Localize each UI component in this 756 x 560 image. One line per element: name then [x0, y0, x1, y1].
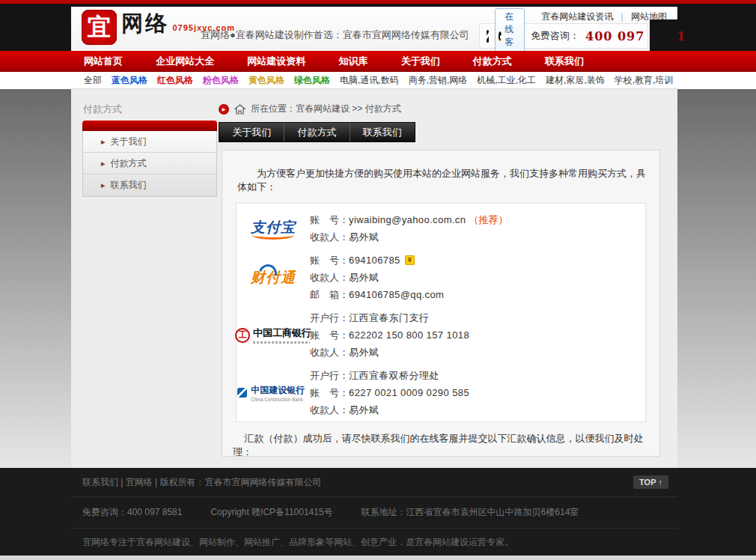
qq-penguin-icon — [499, 31, 502, 41]
subnav-item-digital[interactable]: 电脑,通讯,数码 — [340, 72, 399, 88]
subnav-item-industry[interactable]: 机械,工业,化工 — [477, 72, 536, 88]
page: 宜 网络 0795jxyc.com 宜网络●宜春网站建设制作首选：宜春市宜网网络… — [0, 0, 756, 560]
nav-item-contact[interactable]: 联系我们 — [545, 51, 584, 72]
nav-item-about[interactable]: 关于我们 — [401, 51, 440, 72]
penguin-belly — [500, 34, 505, 40]
alipay-swoosh — [252, 235, 294, 240]
line-label: 账 号： — [310, 326, 349, 344]
share-icon[interactable] — [487, 30, 489, 43]
payment-line: 收款人： 易外斌 — [310, 228, 645, 246]
line-label: 邮 箱： — [310, 286, 349, 303]
footer-address: 联系地址：江西省宜春市袁州区中山中路加贝6楼614室 — [362, 506, 579, 519]
breadcrumb-text: 所在位置：宜春网站建设 >> 付款方式 — [251, 103, 401, 115]
payment-line: 收款人： 易外斌 — [310, 401, 645, 419]
header: 宜 网络 0795jxyc.com 宜网络●宜春网站建设制作首选：宜春市宜网网络… — [0, 4, 756, 51]
content-surface: 付款方式 ▸ 关于我们 ▸ 付款方式 ▸ 联系我们 ▶ 所在位置 — [71, 89, 677, 468]
sidebar-item-about[interactable]: ▸ 关于我们 — [83, 131, 216, 153]
sidebar-red-bar — [82, 121, 217, 131]
subnav-item-business[interactable]: 商务,营销,网络 — [409, 72, 468, 88]
payment-lines: 账 号： yiwaibing@yahoo.com.cn （推荐） 收款人： 易外… — [310, 208, 645, 249]
payment-row-alipay: 支付宝 账 号： yiwaibing@yahoo.com.cn （推荐） 收款人… — [237, 204, 645, 249]
line-label: 开户行： — [310, 367, 349, 384]
subnav-item-blue[interactable]: 蓝色风格 — [112, 72, 147, 88]
subnav-item-green[interactable]: 绿色风格 — [294, 72, 330, 88]
payment-table: 支付宝 账 号： yiwaibing@yahoo.com.cn （推荐） 收款人… — [236, 203, 646, 422]
line-value: yiwaibing@yahoo.com.cn — [349, 211, 466, 228]
line-value: 江西宜春双桥分理处 — [349, 367, 439, 384]
payment-line: 收款人： 易外斌 — [310, 344, 645, 361]
up-arrow-icon: ↑ — [659, 478, 663, 487]
footer-slogan: 宜网络专注于宜春网站建设、网站制作、网站推广、品牌形象等网站、创意产业．是宜春网… — [82, 536, 513, 549]
back-to-top-button[interactable]: TOP ↑ — [633, 475, 668, 489]
nav-item-knowledge[interactable]: 知识库 — [338, 51, 368, 72]
top-label: TOP — [639, 478, 656, 487]
tab-about[interactable]: 关于我们 — [219, 123, 284, 141]
subnav-item-pink[interactable]: 粉色风格 — [203, 72, 239, 88]
subnav-item-all[interactable]: 全部 — [84, 72, 102, 88]
payment-line: 邮 箱： 694106785@qq.com — [310, 286, 645, 303]
payment-line: 账 号： 622202 150 800 157 1018 — [310, 326, 645, 344]
yen-glyph: ¥ — [408, 252, 412, 269]
logo-seal-char: 宜 — [88, 11, 112, 44]
footer-row-info: 免费咨询：400 097 8581 Copyright 赣ICP备1100141… — [71, 496, 677, 528]
tab-contact[interactable]: 联系我们 — [350, 123, 415, 141]
payment-lines: 账 号： 694106785 ¥ 收款人： 易外斌 邮 箱： 694106785… — [310, 249, 645, 306]
payment-line: 账 号： 694106785 ¥ — [310, 252, 645, 269]
consult-box: 在线客服 免费咨询： 400 097 8581 — [479, 23, 648, 49]
nav-item-home[interactable]: 网站首页 — [84, 51, 123, 72]
payment-line: 收款人： 易外斌 — [310, 269, 645, 286]
news-link[interactable]: 宜春网站建设资讯 — [541, 11, 613, 22]
footer-row-copyright: 联系我们 | 宜网络 | 版权所有：宜春市宜网网络传媒有限公司 TOP ↑ — [71, 468, 677, 496]
footer-icp: Copyright 赣ICP备11001415号 — [210, 506, 332, 519]
sidebar-menu: ▸ 关于我们 ▸ 付款方式 ▸ 联系我们 — [82, 131, 217, 197]
line-value: 易外斌 — [349, 228, 379, 246]
intro-text: 为方便客户更加快捷方便的购买使用本站的企业网站服务，我们支持多种常用购买方式，具… — [237, 167, 646, 194]
header-notch — [650, 19, 677, 51]
payment-lines: 开户行： 江西宜春东门支行 账 号： 622202 150 800 157 10… — [310, 306, 645, 364]
line-label: 收款人： — [310, 269, 349, 286]
sidebar-item-label: 联系我们 — [111, 179, 147, 192]
tab-payment[interactable]: 付款方式 — [284, 123, 350, 141]
subnav-item-building[interactable]: 建材,家居,装饰 — [546, 72, 605, 88]
nav-item-payment[interactable]: 付款方式 — [473, 51, 512, 72]
alipay-logo-text: 支付宝 — [251, 218, 296, 237]
icbc-english-line — [253, 341, 310, 344]
ccb-logo-text: 中国建设银行 — [251, 384, 308, 397]
arrow-right-icon: ▸ — [101, 159, 106, 168]
alipay-logo: 支付宝 — [237, 218, 310, 240]
header-panel: 宜 网络 0795jxyc.com 宜网络●宜春网站建设制作首选：宜春市宜网网络… — [71, 7, 677, 51]
payment-row-ccb: 中国建设银行 China Construction Bank 开户行： 江西宜春… — [237, 364, 645, 421]
line-value: 6227 0021 0009 0290 585 — [349, 384, 469, 401]
line-label: 开户行： — [310, 309, 349, 326]
qq-coin-icon: ¥ — [405, 255, 415, 265]
line-value: 易外斌 — [349, 269, 379, 286]
content-panel: 为方便客户更加快捷方便的购买使用本站的企业网站服务，我们支持多种常用购买方式，具… — [222, 150, 660, 457]
sidebar-item-contact[interactable]: ▸ 联系我们 — [83, 174, 216, 196]
subnav-item-red[interactable]: 红色风格 — [157, 72, 193, 88]
subnav-item-yellow[interactable]: 黄色风格 — [249, 72, 284, 88]
payment-line: 账 号： 6227 0021 0009 0290 585 — [310, 384, 645, 401]
icbc-mark-icon: 工 — [235, 328, 250, 343]
icbc-logo: 工 中国工商银行 — [237, 326, 310, 344]
tenpay-logo: 财付通 — [237, 268, 310, 287]
payment-line: 开户行： 江西宜春双桥分理处 — [310, 367, 645, 384]
line-label: 账 号： — [310, 211, 349, 228]
arrow-right-icon: ▸ — [101, 180, 106, 190]
consult-label: 免费咨询： — [531, 29, 579, 43]
play-glyph: ▶ — [222, 106, 226, 112]
sidebar-item-payment[interactable]: ▸ 付款方式 — [83, 153, 216, 174]
icbc-name-block: 中国工商银行 — [253, 326, 311, 344]
line-label: 收款人： — [310, 401, 349, 419]
sidebar-item-label: 关于我们 — [111, 136, 147, 148]
sidebar-item-label: 付款方式 — [111, 157, 147, 170]
ccb-english-text: China Construction Bank — [251, 397, 303, 401]
subnav-item-education[interactable]: 学校,教育,培训 — [615, 72, 674, 88]
link-separator: ｜ — [618, 11, 627, 22]
nav-item-sites[interactable]: 企业网站大全 — [156, 51, 214, 72]
tagline: 宜网络●宜春网站建设制作首选：宜春市宜网网络传媒有限公司 — [201, 28, 469, 42]
nav-item-resources[interactable]: 网站建设资料 — [247, 51, 305, 72]
footer-inner: 联系我们 | 宜网络 | 版权所有：宜春市宜网网络传媒有限公司 TOP ↑ 免费… — [71, 468, 677, 556]
line-value: 江西宜春东门支行 — [349, 309, 429, 326]
main-nav-inner: 网站首页 企业网站大全 网站建设资料 知识库 关于我们 付款方式 联系我们 — [84, 51, 584, 72]
main-nav: 网站首页 企业网站大全 网站建设资料 知识库 关于我们 付款方式 联系我们 — [0, 51, 756, 72]
